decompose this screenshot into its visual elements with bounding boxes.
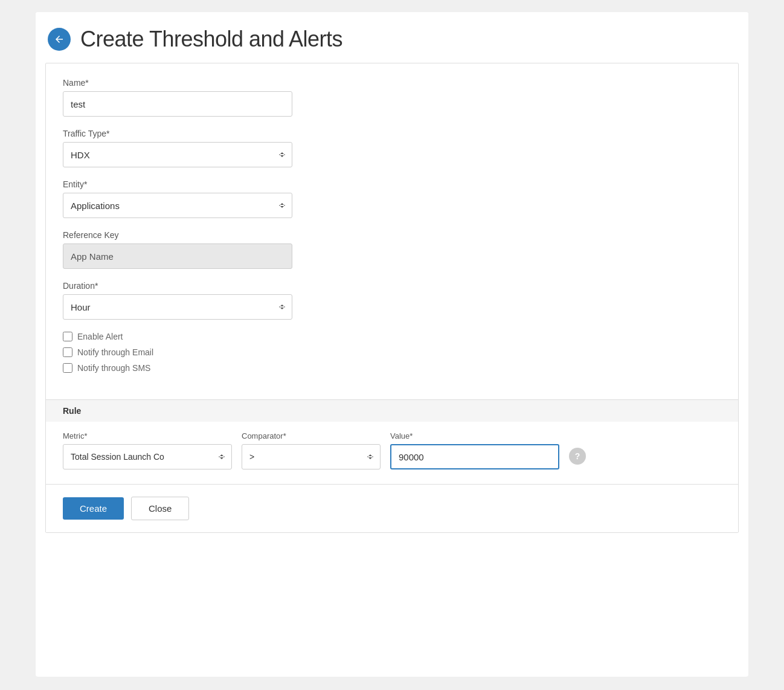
rule-body: Metric* Total Session Launch Co Active S… (46, 422, 738, 484)
entity-label: Entity* (63, 179, 721, 189)
traffic-type-select[interactable]: HDX ICA All (63, 142, 292, 167)
duration-group: Duration* Hour Day Week (63, 281, 721, 320)
notify-sms-checkbox[interactable] (63, 363, 72, 373)
enable-alert-checkbox[interactable] (63, 332, 72, 341)
reference-key-group: Reference Key (63, 230, 721, 269)
entity-select[interactable]: Applications Users Servers (63, 193, 292, 218)
entity-group: Entity* Applications Users Servers (63, 179, 721, 218)
form-container: Name* Traffic Type* HDX ICA All Entity* … (45, 63, 739, 533)
traffic-type-group: Traffic Type* HDX ICA All (63, 129, 721, 167)
value-field: Value* (390, 431, 559, 469)
rule-header: Rule (46, 400, 738, 422)
name-label: Name* (63, 78, 721, 88)
page-header: Create Threshold and Alerts (36, 12, 748, 63)
duration-label: Duration* (63, 281, 721, 291)
value-input[interactable] (390, 444, 559, 469)
form-footer: Create Close (46, 484, 738, 532)
notify-sms-label: Notify through SMS (77, 363, 150, 373)
help-icon[interactable]: ? (569, 448, 586, 465)
reference-key-input[interactable] (63, 243, 292, 269)
checkboxes-group: Enable Alert Notify through Email Notify… (63, 332, 721, 373)
notify-email-label: Notify through Email (77, 347, 153, 357)
form-body: Name* Traffic Type* HDX ICA All Entity* … (46, 63, 738, 399)
back-button[interactable] (48, 28, 71, 51)
name-group: Name* (63, 78, 721, 117)
rule-section: Rule Metric* Total Session Launch Co Act… (46, 399, 738, 484)
comparator-label: Comparator* (242, 431, 381, 440)
traffic-type-label: Traffic Type* (63, 129, 721, 138)
create-button[interactable]: Create (63, 497, 124, 520)
name-input[interactable] (63, 91, 292, 117)
comparator-field: Comparator* > < >= <= = (242, 431, 381, 469)
metric-select[interactable]: Total Session Launch Co Active Sessions … (63, 444, 232, 469)
value-label: Value* (390, 431, 559, 440)
duration-select[interactable]: Hour Day Week (63, 294, 292, 320)
notify-email-checkbox[interactable] (63, 347, 72, 357)
notify-email-checkbox-item[interactable]: Notify through Email (63, 347, 721, 357)
notify-sms-checkbox-item[interactable]: Notify through SMS (63, 363, 721, 373)
comparator-select[interactable]: > < >= <= = (242, 444, 381, 469)
enable-alert-checkbox-item[interactable]: Enable Alert (63, 332, 721, 341)
reference-key-label: Reference Key (63, 230, 721, 240)
metric-label: Metric* (63, 431, 232, 440)
close-button[interactable]: Close (131, 497, 189, 520)
metric-field: Metric* Total Session Launch Co Active S… (63, 431, 232, 469)
enable-alert-label: Enable Alert (77, 332, 123, 341)
page-title: Create Threshold and Alerts (80, 27, 342, 52)
page-container: Create Threshold and Alerts Name* Traffi… (36, 12, 748, 677)
